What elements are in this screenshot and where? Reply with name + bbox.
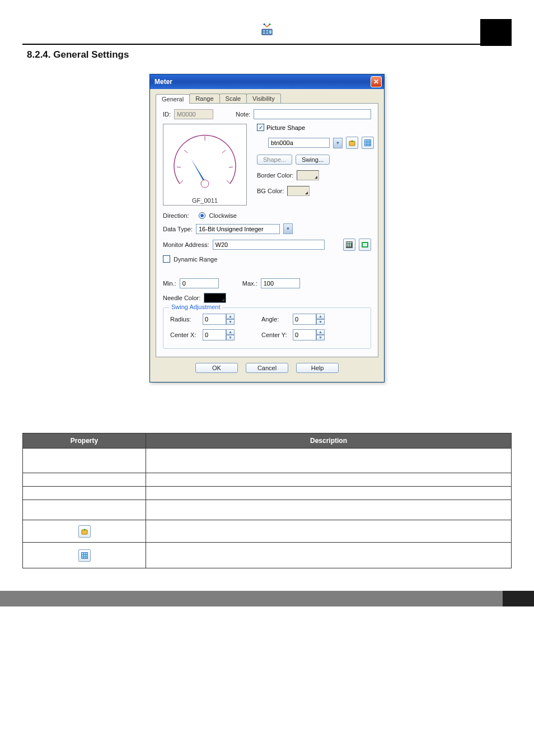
header-logo — [22, 22, 512, 44]
dialog-title: Meter — [152, 78, 172, 86]
tab-panel-general: ID: Note: — [156, 103, 378, 357]
description-header: Description — [146, 433, 512, 449]
data-type-select[interactable]: 16-Bit Unsigned Integer — [196, 224, 280, 234]
address-keypad-button[interactable] — [343, 239, 355, 251]
section-title: 8.2.4. General Settings — [27, 49, 512, 60]
shape-select[interactable]: btn000a — [268, 138, 330, 148]
svg-rect-43 — [84, 553, 86, 554]
svg-rect-30 — [350, 242, 351, 243]
radius-stepper[interactable]: ▲▼ — [203, 314, 235, 325]
centery-stepper[interactable]: ▲▼ — [293, 329, 325, 340]
svg-rect-42 — [82, 553, 83, 554]
note-label: Note: — [236, 111, 250, 118]
svg-rect-2 — [266, 30, 268, 31]
svg-rect-16 — [349, 141, 355, 146]
svg-rect-23 — [369, 142, 371, 144]
svg-rect-22 — [367, 142, 369, 144]
svg-rect-50 — [86, 557, 87, 558]
data-type-label: Data Type: — [163, 226, 193, 232]
svg-line-12 — [222, 150, 226, 153]
svg-rect-25 — [367, 144, 369, 146]
svg-rect-28 — [346, 242, 348, 243]
monitor-address-field[interactable] — [213, 240, 325, 250]
svg-rect-19 — [367, 140, 369, 142]
svg-rect-18 — [365, 140, 367, 142]
import-shape-button[interactable] — [346, 137, 358, 149]
svg-rect-32 — [346, 244, 348, 245]
picture-shape-checkbox[interactable]: ✓ — [257, 124, 264, 131]
table-row — [23, 543, 512, 568]
max-label: Max.: — [242, 280, 257, 287]
dynamic-range-checkbox[interactable]: ✓ — [163, 255, 170, 263]
swing-button[interactable]: Swing... — [296, 155, 330, 165]
property-table: Property Description — [22, 433, 512, 568]
cancel-button[interactable]: Cancel — [246, 363, 288, 373]
bg-color-swatch — [287, 186, 310, 196]
min-field[interactable] — [180, 278, 219, 288]
svg-line-8 — [180, 180, 183, 184]
bg-color-label: BG Color: — [257, 188, 284, 194]
svg-rect-3 — [263, 32, 265, 34]
header-corner-block — [480, 19, 512, 46]
help-button[interactable]: Help — [296, 363, 339, 373]
min-label: Min.: — [163, 280, 176, 287]
svg-rect-36 — [348, 245, 349, 246]
header-rule — [22, 44, 512, 45]
direction-value: Clockwise — [209, 212, 237, 219]
svg-line-14 — [229, 167, 233, 167]
footer-dark-block — [503, 591, 534, 606]
svg-rect-34 — [350, 244, 351, 245]
shape-grid-button[interactable] — [362, 137, 374, 149]
table-row — [23, 449, 512, 473]
needle-color-swatch[interactable] — [204, 293, 226, 303]
svg-rect-29 — [348, 242, 349, 243]
note-field[interactable] — [254, 109, 371, 119]
svg-line-9 — [227, 180, 230, 184]
angle-stepper[interactable]: ▲▼ — [293, 314, 325, 325]
svg-rect-44 — [86, 553, 87, 554]
needle-color-label: Needle Color: — [163, 295, 200, 301]
svg-rect-4 — [266, 32, 268, 34]
shape-button: Shape... — [257, 155, 292, 165]
svg-rect-26 — [369, 144, 371, 146]
tab-general[interactable]: General — [156, 94, 190, 104]
svg-rect-48 — [82, 557, 83, 558]
swing-adjustment-group: Swing Adjustment Radius: ▲▼ Angle: — [163, 307, 371, 349]
centerx-label: Center X: — [170, 332, 199, 338]
table-row — [23, 520, 512, 543]
svg-rect-31 — [352, 242, 352, 243]
meter-dialog: Meter ✕ General Range Scale Visibility I… — [149, 74, 385, 382]
address-tag-button[interactable] — [359, 239, 371, 251]
swing-group-title: Swing Adjustment — [169, 304, 222, 310]
table-row — [23, 473, 512, 487]
svg-point-15 — [201, 180, 209, 188]
max-field[interactable] — [261, 278, 300, 288]
tab-scale[interactable]: Scale — [219, 94, 247, 103]
monitor-address-label: Monitor Address: — [163, 241, 209, 248]
svg-rect-40 — [82, 530, 87, 534]
ok-button[interactable]: OK — [195, 363, 238, 373]
angle-label: Angle: — [261, 316, 289, 323]
svg-rect-49 — [84, 557, 86, 558]
dialog-titlebar[interactable]: Meter ✕ — [150, 74, 384, 89]
shape-grid-icon — [78, 549, 91, 562]
svg-rect-33 — [348, 244, 349, 245]
svg-rect-21 — [365, 142, 367, 144]
preview-caption: GF_0011 — [166, 197, 244, 204]
direction-clockwise-radio[interactable] — [199, 212, 205, 219]
svg-rect-47 — [86, 555, 87, 557]
svg-rect-5 — [269, 30, 271, 34]
table-row — [23, 500, 512, 520]
close-icon[interactable]: ✕ — [371, 76, 382, 87]
dynamic-range-label: Dynamic Range — [174, 256, 217, 263]
tab-range[interactable]: Range — [189, 94, 219, 103]
chevron-down-icon[interactable]: ▼ — [333, 138, 343, 148]
chevron-down-icon[interactable]: ▼ — [283, 223, 293, 234]
svg-rect-35 — [346, 245, 348, 246]
page-footer-bar — [0, 591, 534, 606]
tab-visibility[interactable]: Visibility — [246, 94, 281, 103]
tab-strip: General Range Scale Visibility — [156, 94, 378, 103]
svg-point-6 — [264, 24, 265, 25]
svg-rect-39 — [363, 243, 367, 246]
centerx-stepper[interactable]: ▲▼ — [203, 329, 235, 340]
